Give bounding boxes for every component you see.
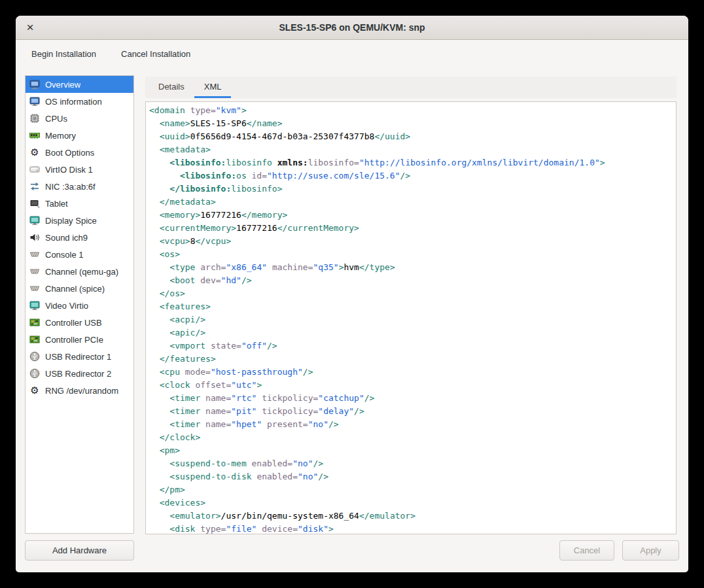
sidebar-item-usb-redirector-1[interactable]: USB Redirector 1 [26,348,133,365]
xml-line: <suspend-to-disk enabled="no"/> [149,470,673,483]
xml-line: </pm> [149,483,673,496]
sound-icon [29,232,40,243]
xml-line: <cpu mode="host-passthrough"/> [149,366,673,379]
usb-icon [29,351,40,362]
sidebar-item-label: Video Virtio [45,301,88,311]
xml-line: <disk type="file" device="disk"> [149,523,673,534]
xml-line: <timer name="hpet" present="no"/> [149,418,673,431]
monitor-icon [29,79,40,90]
titlebar: × SLES-15-SP6 on QEMU/KVM: snp [16,16,688,40]
xml-code: <domain type="kvm"> <name>SLES-15-SP6</n… [146,102,676,534]
cpu-icon [29,113,40,124]
xml-line: <suspend-to-mem enabled="no"/> [149,457,673,470]
sidebar-item-label: Tablet [45,199,68,209]
sidebar-item-label: Controller USB [45,318,102,328]
xml-editor[interactable]: <domain type="kvm"> <name>SLES-15-SP6</n… [145,101,677,534]
sidebar-item-label: USB Redirector 2 [45,369,111,379]
vm-details-window: × SLES-15-SP6 on QEMU/KVM: snp Begin Ins… [16,16,688,572]
add-hardware-button[interactable]: Add Hardware [25,540,134,561]
sidebar-item-label: Sound ich9 [45,233,88,243]
gear-icon: ⚙ [29,147,40,158]
sidebar-item-label: NIC :3a:ab:6f [45,182,96,192]
apply-button[interactable]: Apply [622,540,679,561]
nic-icon [29,181,40,192]
sidebar-item-console-1[interactable]: Console 1 [26,246,133,263]
xml-line: <clock offset="utc"> [149,379,673,392]
close-icon[interactable]: × [22,20,38,35]
xml-line: <timer name="rtc" tickpolicy="catchup"/> [149,392,673,405]
xml-line: <boot dev="hd"/> [149,274,673,287]
xml-line: </os> [149,287,673,300]
xml-line: <memory>16777216</memory> [149,209,673,222]
toolbar: Begin Installation Cancel Installation [16,40,688,67]
xml-line: <vcpu>8</vcpu> [149,235,673,248]
sidebar-item-label: VirtIO Disk 1 [45,165,93,175]
begin-installation-button[interactable]: Begin Installation [24,44,104,63]
sidebar-item-overview[interactable]: Overview [26,76,133,93]
detail-tabs: DetailsXML [145,77,677,98]
xml-line: <vmport state="off"/> [149,339,673,353]
cancel-installation-button[interactable]: Cancel Installation [113,44,198,63]
sidebar-item-label: CPUs [45,114,67,124]
sidebar-item-label: Controller PCIe [45,335,103,345]
xml-line: </metadata> [149,196,673,209]
sidebar-item-label: Channel (qemu-ga) [45,267,118,277]
sidebar-item-label: OS information [45,97,102,107]
board-icon [29,334,40,345]
sidebar-item-boot-options[interactable]: ⚙Boot Options [26,144,133,161]
sidebar-item-label: Overview [45,80,80,90]
gear-icon: ⚙ [29,385,40,396]
sidebar-item-channel-spice[interactable]: Channel (spice) [26,280,133,297]
sidebar-item-video-virtio[interactable]: Video Virtio [26,297,133,314]
hardware-list: OverviewOS informationCPUsMemory⚙Boot Op… [25,75,134,534]
memory-icon [29,130,40,141]
xml-line: <uuid>0f5656d9-4154-467d-b03a-25307f4377… [149,130,673,143]
xml-line: <features> [149,300,673,313]
display-icon [29,300,40,311]
sidebar-item-label: Boot Options [45,148,94,158]
xml-line: <os> [149,248,673,261]
sidebar-item-display-spice[interactable]: Display Spice [26,212,133,229]
sidebar-item-label: RNG /dev/urandom [45,386,118,396]
xml-line: </libosinfo:libosinfo> [149,182,673,196]
sidebar-item-label: USB Redirector 1 [45,352,111,362]
disk-icon [29,164,40,175]
xml-line: <metadata> [149,143,673,156]
sidebar-item-rng-dev-urandom[interactable]: ⚙RNG /dev/urandom [26,382,133,399]
xml-line: <domain type="kvm"> [149,104,673,117]
display-icon [29,215,40,226]
sidebar-item-cpus[interactable]: CPUs [26,110,133,127]
xml-line: <libosinfo:libosinfo xmlns:libosinfo="ht… [149,156,673,169]
sidebar-item-os-information[interactable]: OS information [26,93,133,110]
sidebar-item-label: Console 1 [45,250,84,260]
sidebar-item-channel-qemu-ga[interactable]: Channel (qemu-ga) [26,263,133,280]
tab-details[interactable]: Details [149,77,194,98]
xml-line: </features> [149,353,673,366]
cancel-button[interactable]: Cancel [559,540,614,561]
sidebar-item-label: Channel (spice) [45,284,105,294]
xml-line: <libosinfo:os id="http://suse.com/sle/15… [149,169,673,182]
sidebar-item-memory[interactable]: Memory [26,127,133,144]
sidebar-item-controller-usb[interactable]: Controller USB [26,314,133,331]
xml-line: <acpi/> [149,313,673,326]
xml-line: <apic/> [149,326,673,339]
sidebar-item-label: Memory [45,131,76,141]
xml-line: </clock> [149,431,673,444]
usb-icon [29,368,40,379]
sidebar-item-nic-3a-ab-6f[interactable]: NIC :3a:ab:6f [26,178,133,195]
sidebar-item-controller-pcie[interactable]: Controller PCIe [26,331,133,348]
xml-line: <pm> [149,444,673,457]
tab-xml[interactable]: XML [194,77,232,98]
board-icon [29,317,40,328]
sidebar-item-sound-ich9[interactable]: Sound ich9 [26,229,133,246]
window-title: SLES-15-SP6 on QEMU/KVM: snp [279,22,425,33]
sidebar-item-tablet[interactable]: Tablet [26,195,133,212]
serial-icon [29,266,40,277]
xml-line: <currentMemory>16777216</currentMemory> [149,222,673,235]
tablet-icon [29,198,40,209]
xml-line: <emulator>/usr/bin/qemu-system-x86_64</e… [149,510,673,523]
sidebar-item-usb-redirector-2[interactable]: USB Redirector 2 [26,365,133,382]
serial-icon [29,249,40,260]
monitor-icon [29,96,40,107]
sidebar-item-virtio-disk-1[interactable]: VirtIO Disk 1 [26,161,133,178]
